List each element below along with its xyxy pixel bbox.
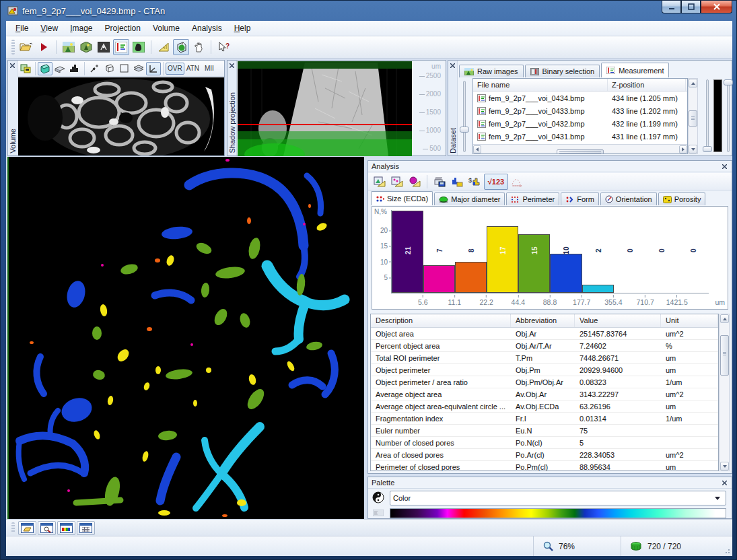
column-file-name[interactable]: File name: [473, 79, 608, 91]
palette-close-icon[interactable]: [721, 479, 728, 487]
measurement-icon[interactable]: [113, 39, 129, 55]
measurement-file-icon: [477, 94, 486, 102]
resize-grip-icon[interactable]: [722, 536, 732, 556]
palette-window-icon[interactable]: [57, 521, 75, 535]
table-row[interactable]: Object perimeterObj.Pm20929.94600um: [371, 364, 718, 376]
tab-measurement[interactable]: Measurement: [601, 63, 669, 77]
column-description[interactable]: Description: [371, 314, 511, 327]
analysis-2d-icon[interactable]: [372, 174, 388, 190]
results-window-icon[interactable]: [77, 521, 95, 535]
open-icon[interactable]: [18, 39, 34, 55]
file-row[interactable]: fem_9_2p7___voi_0434.bmp 434 line (1.205…: [473, 92, 687, 104]
palette-gradient[interactable]: [390, 508, 726, 518]
column-z-position[interactable]: Z-position: [608, 79, 686, 91]
wire-cube-icon[interactable]: [102, 62, 116, 75]
analysis-roi-icon[interactable]: [389, 174, 405, 190]
dataset-close-icon[interactable]: [449, 62, 456, 69]
tab-binary-selection[interactable]: Binary selection: [525, 65, 600, 77]
status-message-area: [6, 536, 533, 556]
tab-form[interactable]: Form: [561, 193, 599, 205]
tab-major-diameter[interactable]: Major diameter: [434, 193, 505, 205]
menu-projection[interactable]: Projection: [100, 22, 146, 35]
slices-icon[interactable]: [131, 62, 146, 75]
menu-image[interactable]: Image: [65, 22, 98, 35]
table-row[interactable]: Fragmentation indexFr.I0.013141/um: [371, 413, 718, 425]
roi-icon[interactable]: [78, 39, 94, 55]
tab-porosity[interactable]: Porosity: [658, 193, 706, 205]
magnifier-window-icon[interactable]: [38, 521, 56, 535]
tab-orientation[interactable]: Orientation: [600, 193, 657, 205]
file-list-vscrollbar[interactable]: [688, 78, 698, 154]
analysis-close-icon[interactable]: [721, 163, 728, 170]
numeric-results-icon[interactable]: √123: [484, 174, 508, 190]
menu-volume[interactable]: Volume: [147, 22, 185, 35]
minimize-button[interactable]: [662, 1, 681, 13]
invert-palette-icon[interactable]: [372, 491, 384, 503]
batch-save-icon[interactable]: [431, 174, 448, 190]
atn-button[interactable]: ATN: [184, 63, 201, 75]
table-row[interactable]: Euler numberEu.N75: [371, 425, 718, 437]
menu-help[interactable]: Help: [229, 22, 256, 35]
histogram-save-icon[interactable]: [449, 174, 465, 190]
run-icon[interactable]: [36, 39, 52, 55]
results-table-vscrollbar[interactable]: [720, 314, 730, 471]
raw-image-icon[interactable]: [61, 39, 77, 55]
file-list-hscrollbar[interactable]: [473, 144, 687, 153]
maximize-button[interactable]: [681, 1, 701, 13]
table-row[interactable]: Object perimeter / area ratioObj.Pm/Obj.…: [371, 376, 718, 388]
histogram-range-slider-left[interactable]: [703, 79, 712, 152]
toolbar-grip[interactable]: [11, 40, 15, 55]
menu-view[interactable]: View: [35, 22, 63, 35]
table-row[interactable]: Number of closed poresPo.N(cl)5: [371, 437, 718, 449]
shadow-projection-view[interactable]: [238, 61, 412, 155]
cost-analysis-icon[interactable]: $: [466, 174, 483, 190]
palette-mode-icon[interactable]: [373, 510, 384, 516]
analysis-3d-icon[interactable]: [407, 174, 423, 190]
menu-analysis[interactable]: Analysis: [186, 22, 227, 35]
tab-raw-images[interactable]: Raw images: [459, 65, 524, 77]
morphology-icon[interactable]: [131, 39, 147, 55]
dataset-window-icon[interactable]: [18, 521, 36, 535]
shadow-close-icon[interactable]: [228, 62, 236, 69]
volume-3d-icon[interactable]: [173, 39, 189, 55]
dataset-panel: Dataset Raw images Binary selection Meas…: [448, 60, 732, 156]
measure-tool-icon[interactable]: [155, 39, 172, 55]
table-row[interactable]: Average object areaAv.Obj.Ar3143.22297um…: [371, 388, 718, 400]
file-row[interactable]: fem_9_2p7___voi_0432.bmp 432 line (1.199…: [473, 117, 687, 130]
binary-image-view[interactable]: [7, 157, 364, 519]
clip-plane-icon[interactable]: [52, 62, 67, 75]
table-row[interactable]: Area of closed poresPo.Ar(cl)228.34053um…: [371, 449, 718, 461]
distribution-icon[interactable]: [510, 174, 526, 190]
pan-icon[interactable]: [190, 39, 207, 55]
mii-button[interactable]: MII: [201, 63, 217, 75]
volume-close-icon[interactable]: [9, 62, 16, 69]
palette-select[interactable]: Color: [390, 491, 726, 505]
table-row[interactable]: Average object area-equivalent circle ..…: [371, 400, 718, 413]
window-toolbar-grip[interactable]: [11, 522, 15, 533]
histogram-range-slider-right[interactable]: [724, 79, 733, 152]
threshold-icon[interactable]: [96, 39, 112, 55]
volume-render-icon[interactable]: [38, 62, 52, 75]
table-row[interactable]: Total ROI perimeterT.Pm7448.26671um: [371, 352, 718, 364]
close-button[interactable]: [701, 1, 732, 13]
menu-file[interactable]: File: [10, 22, 34, 35]
column-unit[interactable]: Unit: [661, 314, 718, 327]
column-abbreviation[interactable]: Abbreviation: [511, 314, 575, 327]
copy-save-icon[interactable]: [18, 62, 33, 75]
volume-render-view[interactable]: [18, 77, 223, 155]
histogram-icon[interactable]: [67, 62, 82, 75]
table-row[interactable]: Object areaObj.Ar251457.83764um^2: [371, 328, 718, 340]
table-row[interactable]: Perimeter of closed poresPo.Pm(cl)88.956…: [371, 461, 718, 471]
tab-perimeter[interactable]: Perimeter: [506, 193, 559, 205]
context-help-icon[interactable]: ?: [215, 39, 232, 55]
tab-size-ecda[interactable]: Size (ECDa): [371, 191, 433, 205]
column-value[interactable]: Value: [575, 314, 661, 327]
pick-point-icon[interactable]: [87, 62, 102, 75]
region-icon[interactable]: [116, 62, 131, 75]
ovr-button[interactable]: OVR: [166, 63, 184, 75]
file-row[interactable]: fem_9_2p7___voi_0431.bmp 431 line (1.197…: [473, 130, 687, 143]
dataset-left-slider[interactable]: [460, 81, 469, 152]
axes-icon[interactable]: [146, 62, 161, 75]
file-row[interactable]: fem_9_2p7___voi_0433.bmp 433 line (1.202…: [473, 104, 687, 117]
table-row[interactable]: Percent object areaObj.Ar/T.Ar7.24602%: [371, 340, 718, 352]
